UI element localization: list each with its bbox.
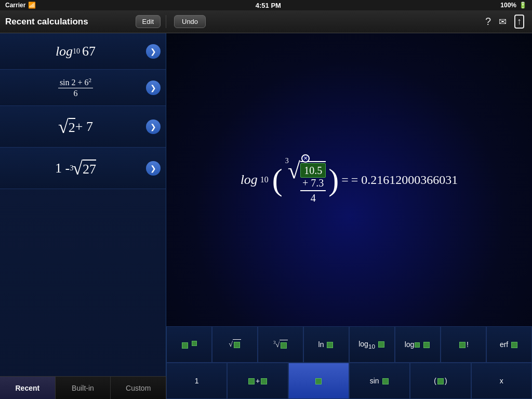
key-x[interactable]: x <box>471 363 532 399</box>
chevron-4[interactable]: ❯ <box>146 161 161 176</box>
key-sin[interactable]: sin <box>349 363 410 399</box>
result-equals: = <box>341 173 349 187</box>
formula-4: 1 - 3 √ 27 <box>5 159 146 178</box>
key-box-active[interactable] <box>288 363 349 399</box>
left-panel: log 10 67 ❯ sin 2 + 62 6 ❯ √ 2 <box>0 33 166 399</box>
key-x-label: x <box>500 377 503 385</box>
right-panel: log 10 ( 3 √ ✕ 10.5 <box>166 33 532 399</box>
carrier-label: Carrier <box>5 2 25 9</box>
recent-item-3[interactable]: √ 2 + 7 ❯ <box>0 106 166 148</box>
key-parens[interactable]: () <box>410 363 471 399</box>
wifi-icon: 📶 <box>28 2 36 9</box>
toolbar-right: Undo ? ✉ ↑ <box>166 15 532 29</box>
chevron-2[interactable]: ❯ <box>146 81 161 95</box>
key-sqrt[interactable]: √ <box>212 326 258 363</box>
tab-builtin[interactable]: Built-in <box>56 377 111 399</box>
tab-recent[interactable]: Recent <box>0 377 56 399</box>
left-paren: ( <box>272 166 283 194</box>
tab-custom[interactable]: Custom <box>111 377 166 399</box>
recent-item-2[interactable]: sin 2 + 62 6 ❯ <box>0 70 166 106</box>
right-paren: ) <box>328 166 339 194</box>
toolbar-icons: ? ✉ ↑ <box>485 15 524 29</box>
key-erf[interactable]: erf <box>486 326 532 363</box>
key-cbrt[interactable]: 3√ <box>258 326 303 363</box>
key-ln[interactable]: ln <box>303 326 349 363</box>
formula-2: sin 2 + 62 6 <box>5 77 146 98</box>
key-log10[interactable]: log10 <box>349 326 395 363</box>
main-content: log 10 67 ❯ sin 2 + 62 6 ❯ √ 2 <box>0 33 532 399</box>
green-box-icon <box>182 342 188 349</box>
key-factorial[interactable]: ! <box>441 326 486 363</box>
tab-bar: Recent Built-in Custom <box>0 376 166 399</box>
status-right: 100% 🔋 <box>500 2 527 9</box>
recent-item-1[interactable]: log 10 67 ❯ <box>0 33 166 70</box>
key-logn[interactable]: log <box>395 326 441 363</box>
battery-icon: 🔋 <box>519 2 527 9</box>
formula-1: log 10 67 <box>5 44 146 59</box>
key-1[interactable]: 1 <box>166 363 227 399</box>
sidebar-spacer <box>0 189 166 376</box>
formula-3: √ 2 + 7 <box>5 117 146 136</box>
recent-item-4[interactable]: 1 - 3 √ 27 ❯ <box>0 148 166 189</box>
toolbar-title: Recent calculations <box>5 17 88 27</box>
status-bar: Carrier 📶 4:51 PM 100% 🔋 <box>0 0 532 10</box>
time-label: 4:51 PM <box>256 2 281 9</box>
upload-icon[interactable]: ↑ <box>514 15 524 29</box>
formula-display: log 10 ( 3 √ ✕ 10.5 <box>166 33 532 326</box>
key-plus-boxes[interactable]: + <box>227 363 288 399</box>
help-icon[interactable]: ? <box>485 16 491 28</box>
key-row-1: √ 3√ ln log10 log ! erf <box>166 326 532 363</box>
status-left: Carrier 📶 <box>5 2 36 9</box>
highlighted-value: 10.5 <box>300 163 326 178</box>
toolbar: Recent calculations Edit Undo ? ✉ ↑ <box>0 10 532 33</box>
undo-button[interactable]: Undo <box>174 15 206 28</box>
main-formula: log 10 ( 3 √ ✕ 10.5 <box>241 156 458 204</box>
battery-label: 100% <box>500 2 516 9</box>
chevron-3[interactable]: ❯ <box>146 119 161 134</box>
keyboard-area: √ 3√ ln log10 log ! erf <box>166 326 532 399</box>
key-box-sup[interactable] <box>166 326 212 363</box>
cbrt-fraction: 3 √ ✕ 10.5 + 7.3 <box>285 156 326 204</box>
key-1-label: 1 <box>195 377 199 385</box>
edit-button[interactable]: Edit <box>136 15 161 28</box>
toolbar-left: Recent calculations Edit <box>0 15 166 28</box>
chevron-1[interactable]: ❯ <box>146 44 161 59</box>
mail-icon[interactable]: ✉ <box>499 16 507 28</box>
result-value: = 0.21612000366031 <box>351 173 458 187</box>
key-row-2: 1 + sin () x <box>166 363 532 399</box>
